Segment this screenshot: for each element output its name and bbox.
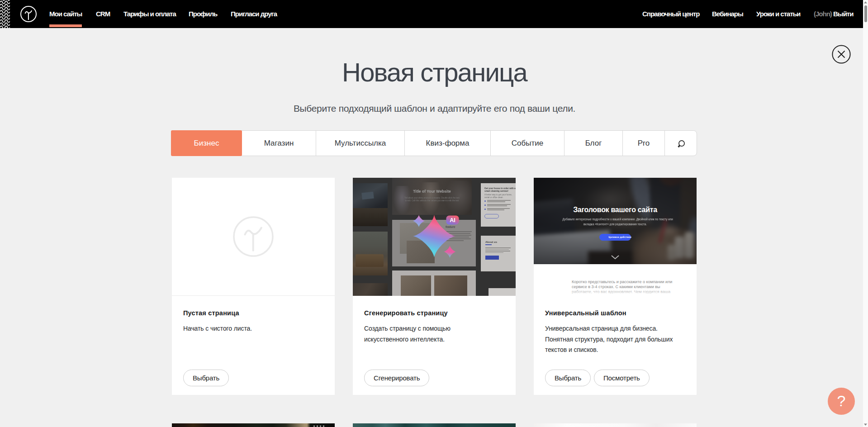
- svg-text:AI: AI: [450, 217, 455, 223]
